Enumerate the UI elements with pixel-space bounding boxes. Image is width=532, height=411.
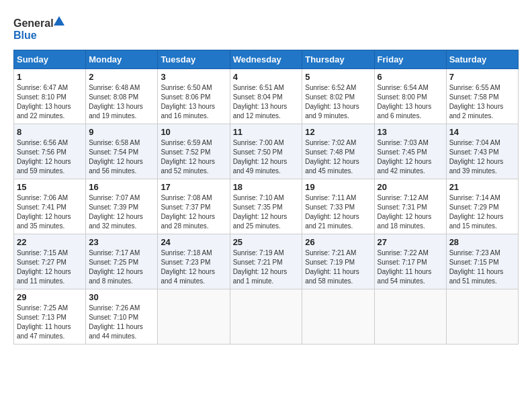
day-number: 22 xyxy=(17,237,83,247)
day-info: Sunrise: 7:03 AMSunset: 7:45 PMDaylight:… xyxy=(378,139,432,175)
day-number: 13 xyxy=(378,127,443,137)
calendar-day-1: 1 Sunrise: 6:47 AMSunset: 8:10 PMDayligh… xyxy=(14,69,86,124)
day-info: Sunrise: 6:51 AMSunset: 8:04 PMDaylight:… xyxy=(233,84,287,120)
day-number: 25 xyxy=(233,237,300,247)
day-info: Sunrise: 7:12 AMSunset: 7:31 PMDaylight:… xyxy=(378,194,432,230)
calendar-day-23: 23 Sunrise: 7:17 AMSunset: 7:25 PMDaylig… xyxy=(86,234,158,289)
day-number: 29 xyxy=(17,292,83,302)
calendar-day-8: 8 Sunrise: 6:56 AMSunset: 7:56 PMDayligh… xyxy=(14,124,86,179)
day-number: 24 xyxy=(161,237,226,247)
day-info: Sunrise: 7:14 AMSunset: 7:29 PMDaylight:… xyxy=(449,194,504,230)
weekday-header-thursday: Thursday xyxy=(302,50,374,69)
day-number: 14 xyxy=(449,127,515,137)
weekday-header-monday: Monday xyxy=(86,50,158,69)
calendar-day-10: 10 Sunrise: 6:59 AMSunset: 7:52 PMDaylig… xyxy=(158,124,230,179)
day-info: Sunrise: 7:15 AMSunset: 7:27 PMDaylight:… xyxy=(17,249,71,285)
day-number: 28 xyxy=(449,237,515,247)
day-info: Sunrise: 6:50 AMSunset: 8:06 PMDaylight:… xyxy=(161,84,215,120)
calendar-day-30: 30 Sunrise: 7:26 AMSunset: 7:10 PMDaylig… xyxy=(86,289,158,345)
weekday-header-sunday: Sunday xyxy=(14,50,86,69)
calendar-day-26: 26 Sunrise: 7:21 AMSunset: 7:19 PMDaylig… xyxy=(302,234,374,289)
calendar-day-12: 12 Sunrise: 7:02 AMSunset: 7:48 PMDaylig… xyxy=(302,124,374,179)
calendar-day-7: 7 Sunrise: 6:55 AMSunset: 7:58 PMDayligh… xyxy=(446,69,518,124)
empty-cell xyxy=(302,289,374,345)
day-info: Sunrise: 7:22 AMSunset: 7:17 PMDaylight:… xyxy=(378,249,432,285)
day-number: 18 xyxy=(233,182,300,192)
page-header: General Blue xyxy=(13,13,519,43)
day-info: Sunrise: 7:26 AMSunset: 7:10 PMDaylight:… xyxy=(89,304,143,340)
calendar-table: SundayMondayTuesdayWednesdayThursdayFrid… xyxy=(13,50,519,345)
calendar-day-17: 17 Sunrise: 7:08 AMSunset: 7:37 PMDaylig… xyxy=(158,179,230,234)
calendar-day-24: 24 Sunrise: 7:18 AMSunset: 7:23 PMDaylig… xyxy=(158,234,230,289)
calendar-day-9: 9 Sunrise: 6:58 AMSunset: 7:54 PMDayligh… xyxy=(86,124,158,179)
day-info: Sunrise: 6:52 AMSunset: 8:02 PMDaylight:… xyxy=(305,84,359,120)
day-info: Sunrise: 6:58 AMSunset: 7:54 PMDaylight:… xyxy=(89,139,143,175)
calendar-day-2: 2 Sunrise: 6:48 AMSunset: 8:08 PMDayligh… xyxy=(86,69,158,124)
day-number: 5 xyxy=(305,72,371,82)
weekday-header-tuesday: Tuesday xyxy=(158,50,230,69)
empty-cell xyxy=(446,289,518,345)
day-number: 9 xyxy=(89,127,154,137)
calendar-day-25: 25 Sunrise: 7:19 AMSunset: 7:21 PMDaylig… xyxy=(230,234,302,289)
day-number: 11 xyxy=(233,127,300,137)
weekday-header-wednesday: Wednesday xyxy=(230,50,302,69)
day-number: 6 xyxy=(378,72,443,82)
calendar-day-4: 4 Sunrise: 6:51 AMSunset: 8:04 PMDayligh… xyxy=(230,69,302,124)
calendar-day-18: 18 Sunrise: 7:10 AMSunset: 7:35 PMDaylig… xyxy=(230,179,302,234)
day-number: 2 xyxy=(89,72,154,82)
day-number: 3 xyxy=(161,72,226,82)
weekday-header-friday: Friday xyxy=(374,50,446,69)
day-info: Sunrise: 7:10 AMSunset: 7:35 PMDaylight:… xyxy=(233,194,287,230)
day-info: Sunrise: 7:06 AMSunset: 7:41 PMDaylight:… xyxy=(17,194,71,230)
day-info: Sunrise: 6:59 AMSunset: 7:52 PMDaylight:… xyxy=(161,139,215,175)
day-info: Sunrise: 7:07 AMSunset: 7:39 PMDaylight:… xyxy=(89,194,143,230)
day-info: Sunrise: 7:11 AMSunset: 7:33 PMDaylight:… xyxy=(305,194,359,230)
day-info: Sunrise: 7:04 AMSunset: 7:43 PMDaylight:… xyxy=(449,139,504,175)
day-number: 17 xyxy=(161,182,226,192)
day-number: 15 xyxy=(17,182,83,192)
logo: General Blue xyxy=(13,13,67,43)
day-number: 16 xyxy=(89,182,154,192)
day-number: 7 xyxy=(449,72,515,82)
day-info: Sunrise: 6:55 AMSunset: 7:58 PMDaylight:… xyxy=(449,84,504,120)
calendar-day-14: 14 Sunrise: 7:04 AMSunset: 7:43 PMDaylig… xyxy=(446,124,518,179)
calendar-day-11: 11 Sunrise: 7:00 AMSunset: 7:50 PMDaylig… xyxy=(230,124,302,179)
day-info: Sunrise: 7:17 AMSunset: 7:25 PMDaylight:… xyxy=(89,249,143,285)
calendar-day-22: 22 Sunrise: 7:15 AMSunset: 7:27 PMDaylig… xyxy=(14,234,86,289)
day-number: 4 xyxy=(233,72,300,82)
calendar-day-21: 21 Sunrise: 7:14 AMSunset: 7:29 PMDaylig… xyxy=(446,179,518,234)
calendar-day-27: 27 Sunrise: 7:22 AMSunset: 7:17 PMDaylig… xyxy=(374,234,446,289)
calendar-day-20: 20 Sunrise: 7:12 AMSunset: 7:31 PMDaylig… xyxy=(374,179,446,234)
day-number: 26 xyxy=(305,237,371,247)
day-number: 21 xyxy=(449,182,515,192)
day-number: 23 xyxy=(89,237,154,247)
day-number: 27 xyxy=(378,237,443,247)
day-info: Sunrise: 7:25 AMSunset: 7:13 PMDaylight:… xyxy=(17,304,71,340)
day-info: Sunrise: 6:47 AMSunset: 8:10 PMDaylight:… xyxy=(17,84,71,120)
day-info: Sunrise: 7:00 AMSunset: 7:50 PMDaylight:… xyxy=(233,139,287,175)
day-number: 1 xyxy=(17,72,83,82)
empty-cell xyxy=(374,289,446,345)
day-info: Sunrise: 6:48 AMSunset: 8:08 PMDaylight:… xyxy=(89,84,143,120)
day-info: Sunrise: 6:54 AMSunset: 8:00 PMDaylight:… xyxy=(378,84,432,120)
day-info: Sunrise: 7:23 AMSunset: 7:15 PMDaylight:… xyxy=(449,249,504,285)
weekday-header-saturday: Saturday xyxy=(446,50,518,69)
day-number: 8 xyxy=(17,127,83,137)
calendar-day-16: 16 Sunrise: 7:07 AMSunset: 7:39 PMDaylig… xyxy=(86,179,158,234)
empty-cell xyxy=(230,289,302,345)
calendar-day-29: 29 Sunrise: 7:25 AMSunset: 7:13 PMDaylig… xyxy=(14,289,86,345)
svg-text:Blue: Blue xyxy=(13,30,37,41)
calendar-day-28: 28 Sunrise: 7:23 AMSunset: 7:15 PMDaylig… xyxy=(446,234,518,289)
calendar-day-5: 5 Sunrise: 6:52 AMSunset: 8:02 PMDayligh… xyxy=(302,69,374,124)
calendar-day-13: 13 Sunrise: 7:03 AMSunset: 7:45 PMDaylig… xyxy=(374,124,446,179)
day-number: 30 xyxy=(89,292,154,302)
calendar-day-3: 3 Sunrise: 6:50 AMSunset: 8:06 PMDayligh… xyxy=(158,69,230,124)
day-number: 12 xyxy=(305,127,371,137)
day-number: 10 xyxy=(161,127,226,137)
svg-text:General: General xyxy=(13,17,54,29)
logo-svg: General Blue xyxy=(13,13,67,43)
empty-cell xyxy=(158,289,230,345)
day-info: Sunrise: 7:08 AMSunset: 7:37 PMDaylight:… xyxy=(161,194,215,230)
day-info: Sunrise: 7:19 AMSunset: 7:21 PMDaylight:… xyxy=(233,249,287,285)
calendar-day-15: 15 Sunrise: 7:06 AMSunset: 7:41 PMDaylig… xyxy=(14,179,86,234)
